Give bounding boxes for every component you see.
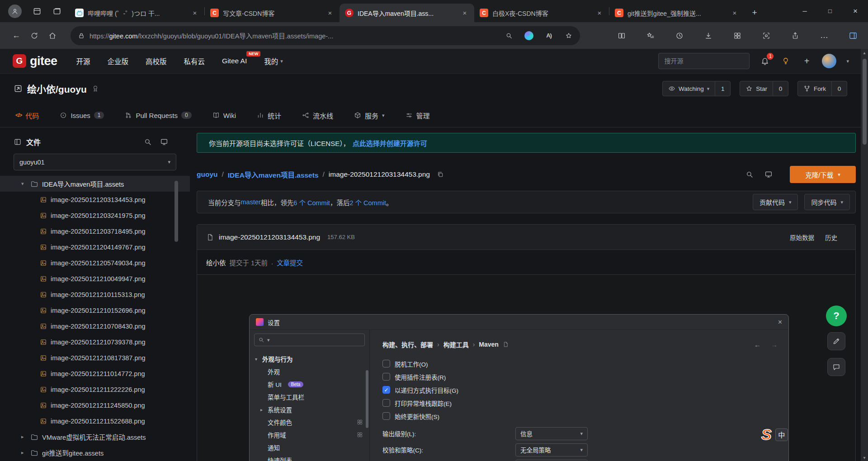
- tab-close-icon[interactable]: ×: [325, 8, 335, 18]
- tab-code[interactable]: </>代码: [15, 111, 39, 120]
- history-button[interactable]: 历史: [825, 233, 837, 242]
- site-info-lock-icon[interactable]: [78, 32, 85, 39]
- checkbox-unchecked[interactable]: [382, 412, 390, 420]
- workspaces-icon[interactable]: [33, 7, 42, 16]
- split-screen-icon[interactable]: [613, 27, 630, 44]
- feedback-edit-button[interactable]: [827, 332, 845, 350]
- tree-file-item[interactable]: image-20250121211222226.png: [0, 381, 190, 397]
- tree-folder-open[interactable]: ▾ IDEA导入maven项目.assets: [0, 176, 190, 192]
- favorites-icon[interactable]: [642, 27, 659, 44]
- read-aloud-icon[interactable]: A): [541, 28, 557, 43]
- breadcrumb-repo[interactable]: guoyu: [197, 170, 218, 179]
- contribute-button[interactable]: 贡献代码▾: [753, 194, 798, 210]
- tree-file-item[interactable]: image-20250121211245850.png: [0, 397, 190, 413]
- browser-tab-gitee-active[interactable]: G IDEA导入maven项目.ass... ×: [340, 4, 474, 22]
- tree-folder-collapsed[interactable]: ▸ VMware虚拟机无法正常启动.assets: [0, 429, 190, 445]
- idea-tree-group[interactable]: ▾外观与行为: [250, 353, 369, 365]
- scrollbar-thumb[interactable]: [863, 59, 867, 145]
- nav-opensource[interactable]: 开源: [76, 56, 90, 66]
- commit-message-link[interactable]: 文章提交: [277, 258, 303, 267]
- tree-file-item[interactable]: image-20250121211522688.png: [0, 413, 190, 429]
- browser-profile-avatar[interactable]: [8, 5, 22, 18]
- user-avatar[interactable]: [822, 54, 836, 68]
- idea-tree-item-quick-lists[interactable]: 快速列表: [250, 454, 369, 461]
- settings-more-icon[interactable]: …: [816, 27, 833, 44]
- star-button[interactable]: Star: [740, 81, 773, 96]
- checksum-policy-dropdown[interactable]: 无全局策略▾: [515, 443, 588, 456]
- web-capture-icon[interactable]: [758, 27, 775, 44]
- tab-close-icon[interactable]: ×: [730, 8, 740, 18]
- tree-file-item[interactable]: image-20250121210739378.png: [0, 334, 190, 350]
- idea-tree-item-system[interactable]: ▸系统设置: [250, 403, 369, 416]
- history-icon[interactable]: [671, 27, 688, 44]
- collections-icon[interactable]: [729, 27, 746, 44]
- maximize-button[interactable]: □: [817, 0, 843, 22]
- tree-file-item[interactable]: image-20250121210115313.png: [0, 287, 190, 302]
- new-tab-button[interactable]: +: [747, 5, 762, 20]
- share-icon[interactable]: [787, 27, 804, 44]
- star-count[interactable]: 0: [773, 81, 788, 96]
- sync-button[interactable]: 同步代码▾: [804, 194, 850, 210]
- idea-close-icon[interactable]: ×: [778, 318, 782, 326]
- repo-badge-icon[interactable]: [91, 85, 99, 93]
- url-text[interactable]: https://gitee.com/lxxzchh/guoyu/blob/guo…: [90, 31, 497, 40]
- avatar-caret-icon[interactable]: ▾: [846, 58, 849, 64]
- tree-file-item[interactable]: image-20250121203718495.png: [0, 223, 190, 239]
- refresh-button[interactable]: [25, 27, 43, 44]
- sogou-logo-icon[interactable]: S: [761, 426, 772, 443]
- sidebar-toggle-icon[interactable]: [844, 27, 862, 44]
- back-button[interactable]: ←: [7, 27, 25, 44]
- notifications-bell-icon[interactable]: 1: [760, 56, 770, 66]
- idea-forward-arrow[interactable]: →: [771, 341, 778, 348]
- tab-manage[interactable]: 管理: [406, 111, 430, 120]
- site-search-input[interactable]: [658, 53, 750, 69]
- idea-settings-search[interactable]: ▾: [254, 334, 365, 346]
- tab-pull-requests[interactable]: Pull Requests0: [125, 112, 191, 119]
- help-button[interactable]: ?: [826, 306, 847, 326]
- fail-policy-dropdown[interactable]: 默认▾: [515, 460, 588, 461]
- favorite-this-page-star-icon[interactable]: [561, 28, 576, 43]
- tree-file-item[interactable]: image-20250121203241975.png: [0, 207, 190, 223]
- browser-tab-csdn-blog[interactable]: C 白极X夜-CSDN博客 ×: [474, 4, 609, 22]
- watching-count[interactable]: 1: [715, 81, 730, 96]
- raw-data-button[interactable]: 原始数据: [790, 233, 814, 242]
- idea-back-arrow[interactable]: ←: [754, 341, 761, 348]
- downloads-icon[interactable]: [700, 27, 717, 44]
- collapse-panel-icon[interactable]: [14, 138, 22, 146]
- ahead-commits-link[interactable]: 6 个 Commit: [293, 198, 330, 207]
- feedback-chat-button[interactable]: [827, 358, 845, 376]
- browser-tab-csdn-write[interactable]: C 写文章-CSDN博客 ×: [205, 4, 340, 22]
- checkbox-unchecked[interactable]: [382, 360, 390, 367]
- nav-education[interactable]: 高校版: [146, 56, 167, 66]
- tree-file-item[interactable]: image-20250121204149767.png: [0, 239, 190, 255]
- tree-file-item[interactable]: image-20250121211014772.png: [0, 366, 190, 381]
- tree-file-item[interactable]: image-20250121210708430.png: [0, 318, 190, 334]
- idea-tree-item-scopes[interactable]: 作用域: [250, 428, 369, 441]
- fork-count[interactable]: 0: [831, 81, 847, 96]
- fork-button[interactable]: Fork: [798, 81, 831, 96]
- scroll-up-arrow-icon[interactable]: ▴: [863, 49, 865, 56]
- repo-search-icon[interactable]: [745, 170, 754, 179]
- web-ide-icon[interactable]: [764, 170, 773, 179]
- home-button[interactable]: [43, 27, 61, 44]
- tree-folder-collapsed[interactable]: ▸ git推送到gitee.assets: [0, 445, 190, 461]
- idea-tree-item-notifications[interactable]: 通知: [250, 441, 369, 454]
- copilot-orb-icon[interactable]: [521, 28, 537, 43]
- checkbox-row-print-stacktrace[interactable]: 打印异常堆栈跟踪(E): [382, 396, 778, 409]
- minimize-button[interactable]: ─: [792, 0, 817, 22]
- tab-wiki[interactable]: Wiki: [212, 112, 236, 119]
- address-bar[interactable]: https://gitee.com/lxxzchh/guoyu/blob/guo…: [71, 26, 580, 45]
- tips-bulb-icon[interactable]: [780, 56, 791, 66]
- checkbox-row-recursive[interactable]: ✓以递归方式执行目标(G): [382, 383, 778, 396]
- search-in-address-icon[interactable]: [501, 28, 517, 43]
- checkbox-row-update-snapshots[interactable]: 始终更新快照(S): [382, 409, 778, 423]
- tab-services[interactable]: 服务▾: [354, 111, 385, 120]
- checkbox-row-plugin-registry[interactable]: 使用插件注册表(R): [382, 370, 778, 383]
- repo-name[interactable]: 绘小依/guoyu: [27, 82, 87, 95]
- nav-gitee-ai[interactable]: Gitee AINEW: [222, 57, 247, 65]
- tab-pipelines[interactable]: 流水线: [302, 111, 333, 120]
- checkbox-row-offline[interactable]: 脱机工作(O): [382, 357, 778, 370]
- license-create-link[interactable]: 点此选择并创建开源许可: [353, 138, 427, 148]
- idea-tree-item-file-colors[interactable]: 文件颜色: [250, 416, 369, 428]
- web-ide-icon[interactable]: [160, 138, 168, 146]
